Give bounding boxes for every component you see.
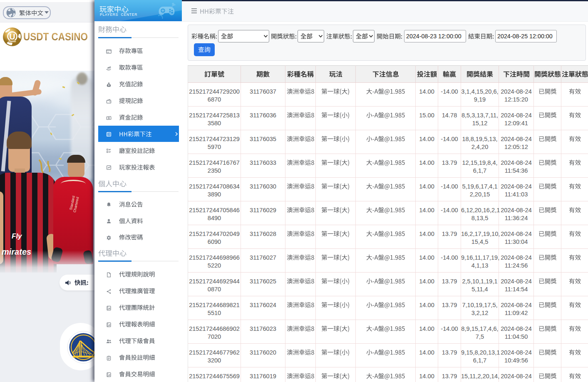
svg-text:Casino: Casino (9, 40, 16, 42)
